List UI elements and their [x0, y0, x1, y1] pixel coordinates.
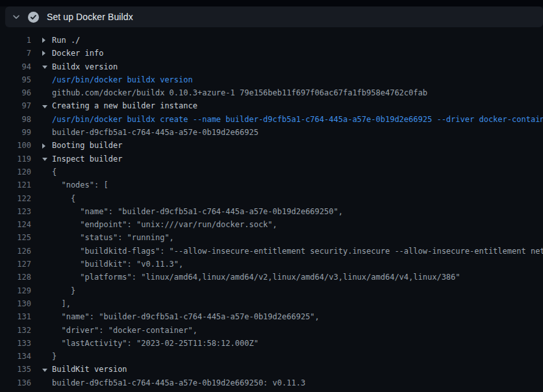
log-text: ], [52, 299, 71, 308]
line-content: ], [31, 297, 543, 310]
line-content: { [31, 165, 543, 178]
log-text: builder-d9cfb5a1-c764-445a-a57e-0b19d2e6… [52, 378, 305, 387]
log-text: builder-d9cfb5a1-c764-445a-a57e-0b19d2e6… [52, 128, 259, 137]
triangle-collapsed-icon [42, 143, 45, 149]
triangle-expanded-icon [42, 66, 47, 69]
line-content: Creating a new builder instance [31, 99, 543, 112]
group-title: Buildx version [52, 62, 118, 71]
line-number[interactable]: 95 [0, 73, 31, 86]
log-line-row: 96github.com/docker/buildx 0.10.3+azure-… [0, 86, 543, 99]
triangle-expanded-icon [42, 105, 47, 108]
log-line-row: 95/usr/bin/docker buildx version [0, 73, 543, 86]
log-line-row: 120{ [0, 165, 543, 178]
log-text: "buildkitd-flags": "--allow-insecure-ent… [52, 247, 543, 256]
line-number[interactable]: 119 [0, 153, 31, 165]
log-text: { [52, 194, 75, 203]
log-text: "driver": "docker-container", [52, 326, 197, 335]
chevron-down-icon[interactable] [5, 12, 27, 21]
line-content: } [31, 350, 543, 363]
log-line-row: 130 ], [0, 297, 543, 310]
log-text: "lastActivity": "2023-02-25T11:58:12.000… [52, 339, 259, 348]
line-content: "name": "builder-d9cfb5a1-c764-445a-a57e… [31, 205, 543, 218]
line-content: "status": "running", [31, 231, 543, 244]
line-number[interactable]: 136 [0, 376, 31, 389]
line-number[interactable]: 97 [0, 99, 31, 112]
line-content: builder-d9cfb5a1-c764-445a-a57e-0b19d2e6… [31, 376, 543, 389]
line-content: Run ./ [31, 34, 543, 47]
line-number[interactable]: 132 [0, 324, 31, 337]
line-number[interactable]: 125 [0, 231, 31, 244]
log-text: "name": "builder-d9cfb5a1-c764-445a-a57e… [52, 207, 343, 216]
workflow-step-log-viewer: Set up Docker Buildx 1Run ./7Docker info… [0, 0, 543, 392]
log-group-row[interactable]: 7Docker info [0, 47, 543, 60]
line-number[interactable]: 129 [0, 284, 31, 297]
line-content: { [31, 192, 543, 205]
line-number[interactable]: 128 [0, 271, 31, 284]
line-content: "nodes": [ [31, 178, 543, 191]
line-number[interactable]: 135 [0, 363, 31, 376]
log-text: "platforms": "linux/amd64,linux/amd64/v2… [52, 273, 461, 282]
log-text: "buildkit": "v0.11.3", [52, 260, 183, 269]
log-line-row: 98/usr/bin/docker buildx create --name b… [0, 113, 543, 126]
group-title: BuildKit version [52, 365, 127, 374]
line-content: github.com/docker/buildx 0.10.3+azure-1 … [31, 86, 543, 99]
log-line-row: 128 "platforms": "linux/amd64,linux/amd6… [0, 271, 543, 284]
log-group-row[interactable]: 119Inspect builder [0, 153, 543, 165]
line-number[interactable]: 7 [0, 47, 31, 60]
line-number[interactable]: 100 [0, 139, 31, 152]
triangle-collapsed-icon [42, 51, 45, 56]
log-line-row: 123 "name": "builder-d9cfb5a1-c764-445a-… [0, 205, 543, 218]
line-number[interactable]: 120 [0, 165, 31, 178]
group-title: Inspect builder [52, 154, 122, 164]
log-group-row[interactable]: 97Creating a new builder instance [0, 99, 543, 112]
log-group-row[interactable]: 94Buildx version [0, 60, 543, 73]
log-line-row: 125 "status": "running", [0, 231, 543, 244]
line-number[interactable]: 98 [0, 113, 31, 126]
log-text: "endpoint": "unix:///var/run/docker.sock… [52, 220, 277, 229]
log-group-row[interactable]: 1Run ./ [0, 34, 543, 47]
line-number[interactable]: 121 [0, 178, 31, 191]
log-group-row[interactable]: 135BuildKit version [0, 363, 543, 376]
top-strip [0, 0, 543, 6]
group-title: Booting builder [52, 141, 122, 150]
line-content: "buildkitd-flags": "--allow-insecure-ent… [31, 245, 543, 258]
line-content: /usr/bin/docker buildx version [31, 73, 543, 86]
log-line-row: 99builder-d9cfb5a1-c764-445a-a57e-0b19d2… [0, 126, 543, 139]
log-line-row: 136builder-d9cfb5a1-c764-445a-a57e-0b19d… [0, 376, 543, 389]
command-text: /usr/bin/docker buildx create --name bui… [52, 115, 543, 124]
triangle-expanded-icon [42, 158, 47, 161]
line-number[interactable]: 134 [0, 350, 31, 363]
line-number[interactable]: 94 [0, 60, 31, 73]
log-line-row: 134} [0, 350, 543, 363]
step-header[interactable]: Set up Docker Buildx [5, 6, 543, 27]
log-text: "name": "builder-d9cfb5a1-c764-445a-a57e… [52, 312, 320, 321]
log-line-row: 127 "buildkit": "v0.11.3", [0, 258, 543, 271]
line-number[interactable]: 99 [0, 126, 31, 139]
triangle-expanded-icon [42, 369, 47, 372]
line-number[interactable]: 126 [0, 245, 31, 258]
log-text: github.com/docker/buildx 0.10.3+azure-1 … [52, 88, 427, 97]
step-title: Set up Docker Buildx [47, 12, 133, 22]
line-number[interactable]: 127 [0, 258, 31, 271]
log-text: "status": "running", [52, 233, 174, 242]
log-line-row: 132 "driver": "docker-container", [0, 324, 543, 337]
line-number[interactable]: 133 [0, 337, 31, 350]
line-number[interactable]: 123 [0, 205, 31, 218]
log-line-row: 124 "endpoint": "unix:///var/run/docker.… [0, 218, 543, 231]
line-number[interactable]: 1 [0, 34, 31, 47]
line-number[interactable]: 96 [0, 86, 31, 99]
check-circle-icon [27, 11, 39, 23]
line-number[interactable]: 131 [0, 310, 31, 323]
line-content: "buildkit": "v0.11.3", [31, 258, 543, 271]
log-group-row[interactable]: 100Booting builder [0, 139, 543, 152]
log-line-row: 133 "lastActivity": "2023-02-25T11:58:12… [0, 337, 543, 350]
log-text: "nodes": [ [52, 180, 108, 190]
line-number[interactable]: 124 [0, 218, 31, 231]
line-number[interactable]: 122 [0, 192, 31, 205]
line-content: Buildx version [31, 60, 543, 73]
group-title: Run ./ [52, 36, 80, 45]
log-text: } [52, 286, 75, 295]
command-text: /usr/bin/docker buildx version [52, 75, 193, 84]
group-title: Docker info [52, 49, 103, 58]
line-number[interactable]: 130 [0, 297, 31, 310]
